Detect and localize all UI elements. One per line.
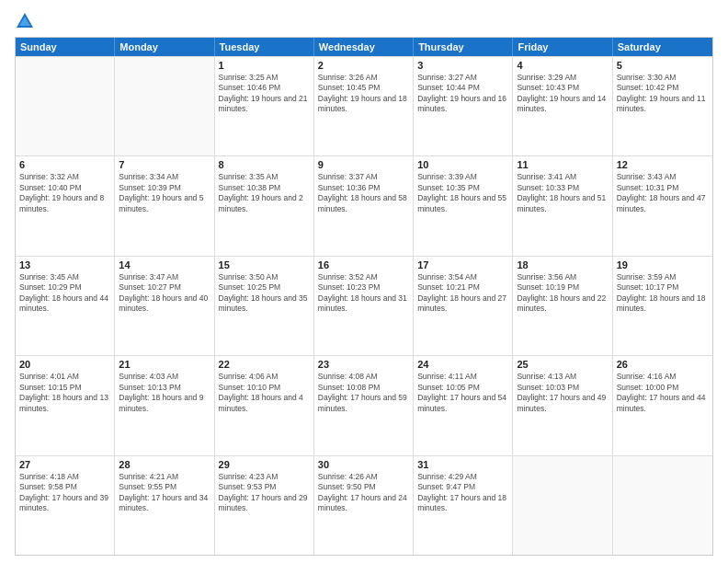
day-detail: Sunrise: 3:30 AM Sunset: 10:42 PM Daylig… <box>617 73 709 115</box>
empty-cell <box>16 57 115 155</box>
day-cell-18: 18Sunrise: 3:56 AM Sunset: 10:19 PM Dayl… <box>513 257 612 355</box>
day-number: 23 <box>318 359 409 370</box>
day-number: 1 <box>219 60 310 71</box>
logo-icon <box>15 11 35 31</box>
day-number: 16 <box>318 259 409 270</box>
day-detail: Sunrise: 4:29 AM Sunset: 9:47 PM Dayligh… <box>417 472 508 514</box>
page: SundayMondayTuesdayWednesdayThursdayFrid… <box>0 0 728 563</box>
day-cell-24: 24Sunrise: 4:11 AM Sunset: 10:05 PM Dayl… <box>414 356 513 454</box>
day-detail: Sunrise: 4:13 AM Sunset: 10:03 PM Daylig… <box>517 372 608 414</box>
day-detail: Sunrise: 3:50 AM Sunset: 10:25 PM Daylig… <box>219 272 310 315</box>
day-number: 17 <box>417 259 508 270</box>
day-number: 7 <box>119 159 210 170</box>
day-number: 12 <box>617 159 709 170</box>
day-detail: Sunrise: 3:34 AM Sunset: 10:39 PM Daylig… <box>119 172 210 214</box>
week-row-5: 27Sunrise: 4:18 AM Sunset: 9:58 PM Dayli… <box>16 455 712 555</box>
day-number: 11 <box>517 159 608 170</box>
day-detail: Sunrise: 3:56 AM Sunset: 10:19 PM Daylig… <box>517 272 608 315</box>
day-detail: Sunrise: 3:35 AM Sunset: 10:38 PM Daylig… <box>219 172 310 214</box>
day-cell-16: 16Sunrise: 3:52 AM Sunset: 10:23 PM Dayl… <box>314 257 414 355</box>
day-number: 26 <box>617 359 709 370</box>
day-detail: Sunrise: 3:26 AM Sunset: 10:45 PM Daylig… <box>318 73 409 115</box>
day-number: 20 <box>19 359 110 370</box>
header-cell-friday: Friday <box>513 38 612 56</box>
day-detail: Sunrise: 3:41 AM Sunset: 10:33 PM Daylig… <box>517 172 608 214</box>
day-cell-2: 2Sunrise: 3:26 AM Sunset: 10:45 PM Dayli… <box>314 57 414 155</box>
day-number: 15 <box>219 259 310 270</box>
day-detail: Sunrise: 3:27 AM Sunset: 10:44 PM Daylig… <box>417 73 508 115</box>
day-cell-6: 6Sunrise: 3:32 AM Sunset: 10:40 PM Dayli… <box>16 156 115 255</box>
day-number: 18 <box>517 259 608 270</box>
day-number: 13 <box>19 259 110 270</box>
day-number: 6 <box>19 159 110 170</box>
header-cell-tuesday: Tuesday <box>215 38 314 56</box>
day-cell-25: 25Sunrise: 4:13 AM Sunset: 10:03 PM Dayl… <box>513 356 612 454</box>
day-number: 14 <box>119 259 210 270</box>
day-number: 21 <box>119 359 210 370</box>
day-detail: Sunrise: 4:23 AM Sunset: 9:53 PM Dayligh… <box>219 472 310 514</box>
week-row-1: 1Sunrise: 3:25 AM Sunset: 10:46 PM Dayli… <box>16 56 712 155</box>
day-cell-17: 17Sunrise: 3:54 AM Sunset: 10:21 PM Dayl… <box>414 257 513 355</box>
day-detail: Sunrise: 4:26 AM Sunset: 9:50 PM Dayligh… <box>318 472 409 514</box>
day-detail: Sunrise: 3:52 AM Sunset: 10:23 PM Daylig… <box>318 272 409 315</box>
day-detail: Sunrise: 4:21 AM Sunset: 9:55 PM Dayligh… <box>119 472 210 514</box>
day-cell-22: 22Sunrise: 4:06 AM Sunset: 10:10 PM Dayl… <box>215 356 314 454</box>
day-number: 31 <box>417 459 508 470</box>
day-detail: Sunrise: 3:54 AM Sunset: 10:21 PM Daylig… <box>417 272 508 315</box>
day-cell-20: 20Sunrise: 4:01 AM Sunset: 10:15 PM Dayl… <box>16 356 115 454</box>
day-number: 19 <box>617 259 709 270</box>
day-number: 29 <box>219 459 310 470</box>
calendar-body: 1Sunrise: 3:25 AM Sunset: 10:46 PM Dayli… <box>16 56 712 555</box>
day-number: 28 <box>119 459 210 470</box>
day-number: 30 <box>318 459 409 470</box>
day-detail: Sunrise: 3:59 AM Sunset: 10:17 PM Daylig… <box>617 272 709 315</box>
day-number: 27 <box>19 459 110 470</box>
day-cell-31: 31Sunrise: 4:29 AM Sunset: 9:47 PM Dayli… <box>414 456 513 555</box>
day-cell-13: 13Sunrise: 3:45 AM Sunset: 10:29 PM Dayl… <box>16 257 115 355</box>
day-detail: Sunrise: 4:06 AM Sunset: 10:10 PM Daylig… <box>219 372 310 414</box>
day-cell-21: 21Sunrise: 4:03 AM Sunset: 10:13 PM Dayl… <box>115 356 214 454</box>
day-cell-12: 12Sunrise: 3:43 AM Sunset: 10:31 PM Dayl… <box>613 156 712 255</box>
day-cell-5: 5Sunrise: 3:30 AM Sunset: 10:42 PM Dayli… <box>613 57 712 155</box>
calendar-header-row: SundayMondayTuesdayWednesdayThursdayFrid… <box>16 38 712 56</box>
day-number: 24 <box>417 359 508 370</box>
day-number: 8 <box>219 159 310 170</box>
day-detail: Sunrise: 4:18 AM Sunset: 9:58 PM Dayligh… <box>19 472 110 514</box>
empty-cell <box>513 456 612 555</box>
day-detail: Sunrise: 3:32 AM Sunset: 10:40 PM Daylig… <box>19 172 110 214</box>
day-cell-15: 15Sunrise: 3:50 AM Sunset: 10:25 PM Dayl… <box>215 257 314 355</box>
day-cell-28: 28Sunrise: 4:21 AM Sunset: 9:55 PM Dayli… <box>115 456 214 555</box>
day-number: 22 <box>219 359 310 370</box>
day-detail: Sunrise: 3:47 AM Sunset: 10:27 PM Daylig… <box>119 272 210 315</box>
day-detail: Sunrise: 3:25 AM Sunset: 10:46 PM Daylig… <box>219 73 310 115</box>
day-number: 3 <box>417 60 508 71</box>
calendar: SundayMondayTuesdayWednesdayThursdayFrid… <box>15 37 713 556</box>
empty-cell <box>613 456 712 555</box>
day-cell-27: 27Sunrise: 4:18 AM Sunset: 9:58 PM Dayli… <box>16 456 115 555</box>
day-detail: Sunrise: 3:29 AM Sunset: 10:43 PM Daylig… <box>517 73 608 115</box>
week-row-3: 13Sunrise: 3:45 AM Sunset: 10:29 PM Dayl… <box>16 256 712 355</box>
day-detail: Sunrise: 3:45 AM Sunset: 10:29 PM Daylig… <box>19 272 110 315</box>
day-detail: Sunrise: 4:01 AM Sunset: 10:15 PM Daylig… <box>19 372 110 414</box>
day-detail: Sunrise: 4:11 AM Sunset: 10:05 PM Daylig… <box>417 372 508 414</box>
header-cell-sunday: Sunday <box>16 38 115 56</box>
day-detail: Sunrise: 4:08 AM Sunset: 10:08 PM Daylig… <box>318 372 409 414</box>
logo <box>15 11 38 31</box>
day-cell-23: 23Sunrise: 4:08 AM Sunset: 10:08 PM Dayl… <box>314 356 414 454</box>
header-cell-monday: Monday <box>115 38 214 56</box>
day-detail: Sunrise: 4:03 AM Sunset: 10:13 PM Daylig… <box>119 372 210 414</box>
day-detail: Sunrise: 3:39 AM Sunset: 10:35 PM Daylig… <box>417 172 508 214</box>
day-cell-4: 4Sunrise: 3:29 AM Sunset: 10:43 PM Dayli… <box>513 57 612 155</box>
day-cell-29: 29Sunrise: 4:23 AM Sunset: 9:53 PM Dayli… <box>215 456 314 555</box>
day-cell-26: 26Sunrise: 4:16 AM Sunset: 10:00 PM Dayl… <box>613 356 712 454</box>
day-number: 25 <box>517 359 608 370</box>
day-detail: Sunrise: 4:16 AM Sunset: 10:00 PM Daylig… <box>617 372 709 414</box>
header-cell-saturday: Saturday <box>613 38 712 56</box>
day-number: 4 <box>517 60 608 71</box>
week-row-2: 6Sunrise: 3:32 AM Sunset: 10:40 PM Dayli… <box>16 155 712 255</box>
header <box>15 11 713 31</box>
header-cell-wednesday: Wednesday <box>314 38 414 56</box>
week-row-4: 20Sunrise: 4:01 AM Sunset: 10:15 PM Dayl… <box>16 355 712 454</box>
day-number: 5 <box>617 60 709 71</box>
day-cell-11: 11Sunrise: 3:41 AM Sunset: 10:33 PM Dayl… <box>513 156 612 255</box>
